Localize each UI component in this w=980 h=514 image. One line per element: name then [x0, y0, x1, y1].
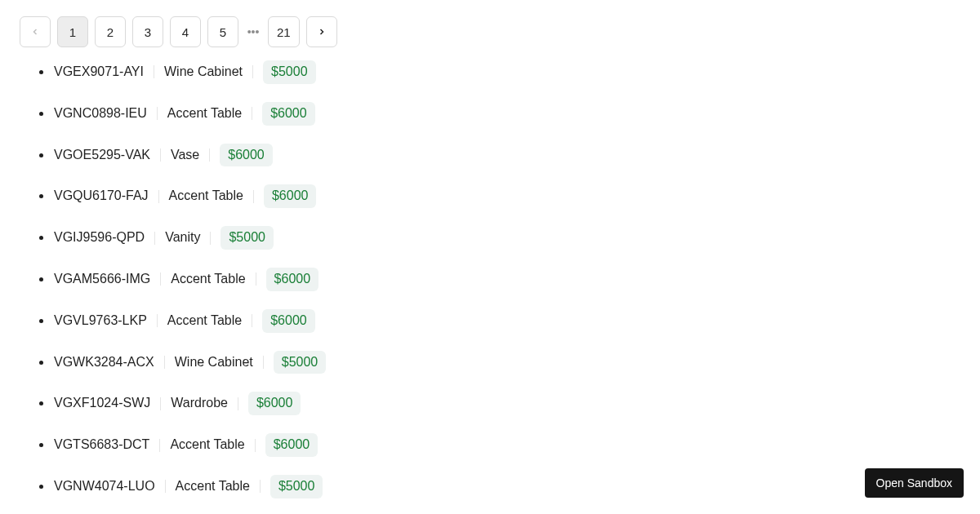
- divider: [260, 480, 261, 493]
- product-sku: VGEX9071-AYI: [54, 64, 154, 81]
- product-name: Wardrobe: [171, 395, 238, 412]
- divider: [160, 273, 161, 286]
- pagination-next-button[interactable]: [306, 16, 337, 47]
- list-item: VGEX9071-AYIWine Cabinet$5000: [52, 60, 960, 84]
- price-tag: $5000: [270, 475, 323, 498]
- product-name: Accent Table: [176, 478, 260, 495]
- open-sandbox-button[interactable]: Open Sandbox: [865, 468, 964, 498]
- product-row: VGWK3284-ACXWine Cabinet$5000: [54, 351, 326, 374]
- price-tag: $6000: [248, 392, 301, 415]
- product-name: Accent Table: [171, 271, 255, 288]
- divider: [160, 397, 161, 410]
- product-name: Wine Cabinet: [175, 354, 263, 371]
- divider: [209, 148, 210, 162]
- product-sku: VGOE5295-VAK: [54, 147, 160, 164]
- pagination-page-3[interactable]: 3: [132, 16, 163, 47]
- divider: [160, 148, 161, 162]
- pagination-prev-button[interactable]: [20, 16, 51, 47]
- product-row: VGNC0898-IEUAccent Table$6000: [54, 102, 315, 126]
- list-item: VGNW4074-LUOAccent Table$5000: [52, 475, 960, 498]
- product-sku: VGTS6683-DCT: [54, 436, 159, 454]
- product-sku: VGQU6170-FAJ: [54, 188, 158, 205]
- list-item: VGTS6683-DCTAccent Table$6000: [52, 433, 960, 457]
- list-item: VGWK3284-ACXWine Cabinet$5000: [52, 351, 960, 374]
- product-row: VGNW4074-LUOAccent Table$5000: [54, 475, 323, 498]
- pagination-ellipsis[interactable]: •••: [245, 16, 261, 47]
- price-tag: $6000: [262, 309, 315, 333]
- divider: [255, 439, 256, 452]
- divider: [157, 314, 158, 327]
- product-row: VGXF1024-SWJWardrobe$6000: [54, 392, 301, 415]
- pagination: 1 2 3 4 5 ••• 21: [20, 16, 960, 47]
- product-name: Accent Table: [167, 105, 252, 122]
- product-row: VGIJ9596-QPDVanity$5000: [54, 226, 274, 250]
- product-row: VGQU6170-FAJAccent Table$6000: [54, 184, 316, 208]
- price-tag: $6000: [265, 433, 318, 457]
- price-tag: $6000: [220, 144, 273, 167]
- product-name: Accent Table: [170, 436, 254, 454]
- price-tag: $6000: [262, 102, 315, 126]
- divider: [238, 397, 238, 410]
- product-sku: VGWK3284-ACX: [54, 354, 164, 371]
- list-item: VGOE5295-VAKVase$6000: [52, 144, 960, 167]
- product-name: Vanity: [165, 229, 210, 246]
- divider: [157, 107, 158, 120]
- divider: [158, 190, 159, 203]
- divider: [252, 65, 253, 78]
- product-sku: VGIJ9596-QPD: [54, 229, 154, 246]
- product-name: Vase: [171, 147, 209, 164]
- product-sku: VGXF1024-SWJ: [54, 395, 160, 412]
- list-item: VGVL9763-LKPAccent Table$6000: [52, 309, 960, 333]
- divider: [154, 65, 154, 78]
- list-item: VGAM5666-IMGAccent Table$6000: [52, 268, 960, 291]
- chevron-right-icon: [317, 27, 327, 37]
- list-item: VGXF1024-SWJWardrobe$6000: [52, 392, 960, 415]
- divider: [253, 190, 254, 203]
- product-sku: VGNC0898-IEU: [54, 105, 157, 122]
- chevron-left-icon: [30, 27, 40, 37]
- product-row: VGAM5666-IMGAccent Table$6000: [54, 268, 318, 291]
- product-sku: VGVL9763-LKP: [54, 312, 157, 330]
- pagination-page-4[interactable]: 4: [170, 16, 201, 47]
- product-name: Accent Table: [167, 312, 252, 330]
- price-tag: $5000: [263, 60, 316, 84]
- divider: [154, 232, 155, 245]
- price-tag: $5000: [274, 351, 327, 374]
- product-row: VGVL9763-LKPAccent Table$6000: [54, 309, 315, 333]
- product-sku: VGAM5666-IMG: [54, 271, 160, 288]
- divider: [263, 356, 264, 369]
- divider: [252, 314, 252, 327]
- product-row: VGTS6683-DCTAccent Table$6000: [54, 433, 318, 457]
- list-item: VGIJ9596-QPDVanity$5000: [52, 226, 960, 250]
- pagination-page-5[interactable]: 5: [207, 16, 238, 47]
- divider: [252, 107, 252, 120]
- list-item: VGNC0898-IEUAccent Table$6000: [52, 102, 960, 126]
- list-item: VGQU6170-FAJAccent Table$6000: [52, 184, 960, 208]
- divider: [159, 439, 160, 452]
- product-list: VGEX9071-AYIWine Cabinet$5000VGNC0898-IE…: [52, 60, 960, 514]
- product-name: Wine Cabinet: [164, 64, 252, 81]
- price-tag: $6000: [266, 268, 319, 291]
- price-tag: $6000: [264, 184, 317, 208]
- product-row: VGOE5295-VAKVase$6000: [54, 144, 273, 167]
- divider: [210, 232, 211, 245]
- divider: [256, 273, 256, 286]
- divider: [164, 356, 165, 369]
- divider: [165, 480, 166, 493]
- pagination-page-last[interactable]: 21: [268, 16, 300, 47]
- price-tag: $5000: [220, 226, 274, 250]
- product-name: Accent Table: [169, 188, 253, 205]
- product-sku: VGNW4074-LUO: [54, 478, 165, 495]
- pagination-page-2[interactable]: 2: [95, 16, 126, 47]
- product-row: VGEX9071-AYIWine Cabinet$5000: [54, 60, 316, 84]
- pagination-page-1[interactable]: 1: [57, 16, 88, 47]
